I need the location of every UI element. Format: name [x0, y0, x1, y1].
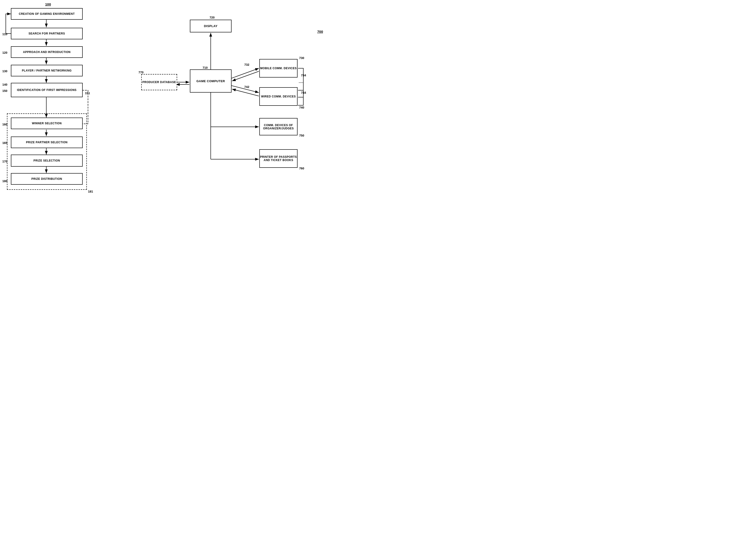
box-winner: WINNER SELECTION [11, 118, 83, 129]
box-prize-selection: PRIZE SELECTION [11, 155, 83, 167]
ref-732: 732 [244, 63, 249, 66]
box-display: DISPLAY [190, 20, 232, 32]
svg-line-13 [232, 71, 259, 81]
box-game-computer: GAME COMPUTER [190, 69, 232, 93]
box-networking: PLAYER / PARTNER NETWORKING [11, 65, 83, 76]
ref-120: 120 [2, 51, 7, 54]
ref-750: 750 [299, 134, 304, 137]
box-creation: CREATION OF GAMING ENVIRONMENT [11, 8, 83, 20]
box-prize-distribution: PRIZE DISTRIBUTION [11, 173, 83, 185]
ref-160: 160 [2, 123, 7, 126]
box-comm-organizer: COMM. DEVICES OF ORGANIZER/JUDGES [259, 118, 298, 135]
ref-730: 730 [299, 56, 304, 60]
ref-170: 170 [2, 160, 7, 163]
box-search: SEARCH FOR PARTNERS [11, 28, 83, 39]
ref-151: 151 [85, 91, 90, 95]
right-diagram-title: 700 [317, 30, 323, 34]
ref-140: 140 [2, 83, 7, 86]
box-producer-db: PRODUCER DATABASE [141, 74, 177, 90]
ref-734: 734 [301, 74, 306, 77]
box-identification: IDENTIFICATION OF FIRST IMPRESSIONS [11, 83, 83, 97]
box-prize-partner: PRIZE PARTNER SELECTION [11, 137, 83, 148]
svg-line-12 [232, 68, 259, 78]
ref-720: 720 [210, 16, 215, 19]
ref-110: 110 [2, 32, 7, 36]
ref-770: 770 [138, 71, 144, 74]
ref-742: 742 [244, 85, 249, 89]
diagram-container: 100 700 [0, 0, 378, 274]
ref-181: 181 [88, 190, 93, 193]
box-wired-comm: WIRED COMM. DEVICES [259, 87, 298, 106]
box-printer: PRINTER OF PASSPORTS AND TICKET BOOKS [259, 149, 298, 168]
ref-760: 760 [299, 167, 304, 170]
box-mobile-comm: MOBILE COMM. DEVICES [259, 59, 298, 78]
ref-710: 710 [203, 66, 208, 69]
box-approach: APPROACH AND INTRODUCTION [11, 46, 83, 58]
ref-180: 180 [2, 179, 7, 183]
svg-line-15 [232, 89, 259, 96]
ref-150: 150 [2, 89, 7, 93]
ref-740: 740 [299, 106, 304, 109]
ref-165: 165 [2, 141, 7, 145]
left-diagram-title: 100 [45, 2, 51, 6]
ref-744: 744 [301, 91, 306, 94]
ref-130: 130 [2, 69, 7, 73]
